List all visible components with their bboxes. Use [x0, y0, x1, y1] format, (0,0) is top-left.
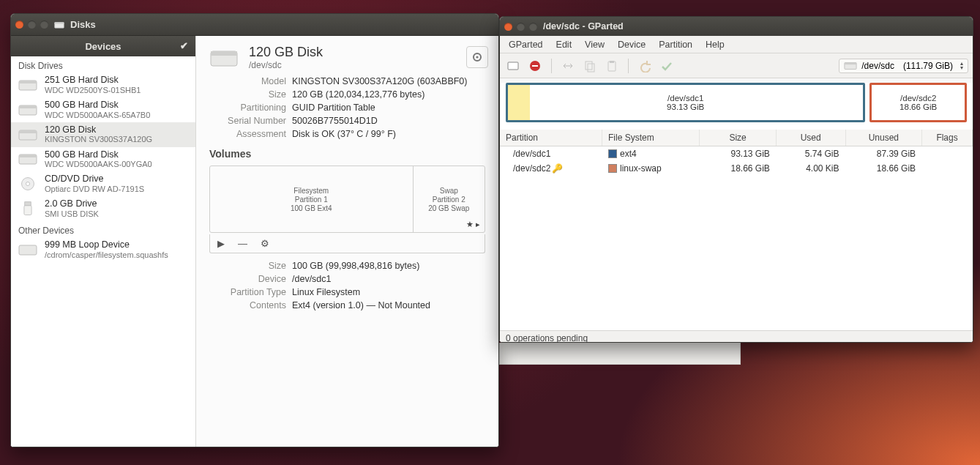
- table-row[interactable]: /dev/sdc2🔑linux-swap18.66 GiB4.00 KiB18.…: [500, 161, 973, 176]
- svg-rect-7: [19, 130, 37, 133]
- menu-partition[interactable]: Partition: [653, 37, 698, 52]
- svg-rect-22: [586, 62, 592, 70]
- col-partition[interactable]: Partition: [500, 130, 602, 146]
- svg-rect-1: [55, 22, 64, 23]
- col-filesystem[interactable]: File System: [602, 130, 700, 146]
- minimize-icon[interactable]: [517, 23, 525, 31]
- close-icon[interactable]: [15, 21, 23, 29]
- maximize-icon[interactable]: [529, 23, 537, 31]
- vol-contents: Ext4 (version 1.0) — Not Mounted: [292, 300, 485, 310]
- paste-button[interactable]: [603, 57, 621, 75]
- disk-partitioning: GUID Partition Table: [292, 103, 485, 113]
- svg-rect-18: [211, 51, 237, 56]
- drive-item-selected[interactable]: 120 GB DiskKINGSTON SV300S37A120G: [11, 122, 195, 147]
- copy-button[interactable]: [581, 57, 599, 75]
- disk-assessment: Disk is OK (37° C / 99° F): [292, 129, 485, 139]
- new-partition-button[interactable]: [504, 57, 522, 75]
- vol-ptype: Linux Filesystem: [292, 287, 485, 297]
- loop-icon: [18, 242, 37, 258]
- status-bar: 0 operations pending: [500, 330, 973, 343]
- menu-view[interactable]: View: [579, 37, 610, 52]
- volumes-map[interactable]: Filesystem Partition 1 100 GB Ext4 Swap …: [209, 165, 485, 233]
- resize-button[interactable]: [559, 57, 577, 75]
- spinner-icon[interactable]: ▴▾: [960, 62, 963, 70]
- hdd-icon: [18, 151, 37, 167]
- partition-sdc2[interactable]: /dev/sdc2 18.66 GiB: [869, 83, 967, 122]
- disk-title: 120 GB Disk: [249, 45, 323, 60]
- partition-sdc1[interactable]: /dev/sdc1 93.13 GiB: [506, 83, 865, 122]
- partition-table: Partition File System Size Used Unused F…: [500, 130, 973, 176]
- volume-partition-1[interactable]: Filesystem Partition 1 100 GB Ext4: [210, 166, 414, 232]
- section-disk-drives: Disk Drives: [11, 56, 195, 72]
- gparted-titlebar[interactable]: /dev/sdc - GParted: [500, 17, 973, 36]
- device-selector[interactable]: /dev/sdc (111.79 GiB) ▴▾: [839, 59, 968, 73]
- svg-rect-27: [845, 62, 856, 64]
- close-icon[interactable]: [504, 23, 512, 31]
- volume-settings-button[interactable]: ⚙: [261, 238, 269, 249]
- disk-detail-pane: 120 GB Disk /dev/sdc ModelKINGSTON SV300…: [196, 36, 498, 447]
- svg-rect-23: [588, 64, 594, 72]
- minimize-icon[interactable]: [28, 21, 36, 29]
- optical-icon: [18, 176, 37, 192]
- table-row[interactable]: /dev/sdc1ext493.13 GiB5.74 GiB87.39 GiB: [500, 146, 973, 162]
- device-name: /dev/sdc: [861, 61, 894, 71]
- svg-rect-13: [24, 206, 31, 215]
- hdd-icon: [18, 77, 37, 93]
- devices-sidebar: Devices ✔ Disk Drives 251 GB Hard DiskWD…: [11, 36, 196, 447]
- section-other-devices: Other Devices: [11, 221, 195, 237]
- background-window-fragment: [499, 343, 741, 365]
- undo-button[interactable]: [636, 57, 654, 75]
- vol-device: /dev/sdc1: [292, 274, 485, 284]
- vol-size: 100 GB (99,998,498,816 bytes): [292, 261, 485, 271]
- delete-button[interactable]: —: [238, 238, 247, 249]
- volume-toolbar: ▶ — ⚙: [209, 234, 485, 253]
- gparted-menubar: GParted Edit View Device Partition Help: [500, 36, 973, 53]
- menu-edit[interactable]: Edit: [550, 37, 578, 52]
- disk-model: KINGSTON SV300S37A120G (603ABBF0): [292, 76, 485, 86]
- devices-header: Devices ✔: [11, 36, 195, 56]
- gparted-window: /dev/sdc - GParted GParted Edit View Dev…: [499, 16, 973, 343]
- col-used[interactable]: Used: [776, 130, 845, 146]
- svg-rect-21: [532, 65, 538, 67]
- drive-item[interactable]: 500 GB Hard DiskWDC WD5000AAKS-00YGA0: [11, 147, 195, 172]
- delete-partition-button[interactable]: [526, 57, 544, 75]
- menu-help[interactable]: Help: [700, 37, 730, 52]
- drive-item[interactable]: CD/DVD DriveOptiarc DVD RW AD-7191S: [11, 171, 195, 196]
- drive-item[interactable]: 999 MB Loop Device/cdrom/casper/filesyst…: [11, 237, 195, 262]
- star-icon: ★ ▸: [466, 220, 480, 229]
- check-icon[interactable]: ✔: [180, 40, 188, 51]
- svg-point-16: [476, 56, 478, 58]
- col-unused[interactable]: Unused: [845, 130, 922, 146]
- volume-partition-2[interactable]: Swap Partition 2 20 GB Swap ★ ▸: [414, 166, 485, 232]
- svg-rect-25: [610, 61, 614, 63]
- key-icon: 🔑: [552, 163, 562, 174]
- disks-titlebar[interactable]: Disks: [11, 14, 498, 36]
- svg-rect-12: [25, 202, 31, 206]
- svg-point-11: [26, 182, 29, 186]
- maximize-icon[interactable]: [40, 21, 48, 29]
- drive-item[interactable]: 2.0 GB DriveSMI USB DISK: [11, 196, 195, 221]
- hdd-icon: [844, 61, 857, 71]
- usb-icon: [18, 201, 37, 217]
- fs-swatch-icon: [608, 164, 617, 173]
- col-flags[interactable]: Flags: [922, 130, 973, 146]
- disk-serial: 50026B7755014D1D: [292, 116, 485, 126]
- menu-gparted[interactable]: GParted: [503, 37, 549, 52]
- window-title: Disks: [70, 19, 96, 30]
- menu-device[interactable]: Device: [612, 37, 651, 52]
- gear-icon: [471, 51, 483, 63]
- hdd-icon: [18, 102, 37, 118]
- apply-button[interactable]: [658, 57, 676, 75]
- disks-window: Disks Devices ✔ Disk Drives 251 GB Hard …: [10, 13, 499, 447]
- window-title: /dev/sdc - GParted: [543, 21, 624, 31]
- mount-button[interactable]: ▶: [217, 238, 225, 249]
- svg-rect-19: [508, 62, 518, 70]
- col-size[interactable]: Size: [700, 130, 777, 146]
- drive-item[interactable]: 251 GB Hard DiskWDC WD2500YS-01SHB1: [11, 72, 195, 97]
- disk-settings-button[interactable]: [466, 46, 488, 68]
- svg-rect-5: [19, 105, 37, 108]
- gparted-toolbar: /dev/sdc (111.79 GiB) ▴▾: [500, 53, 973, 78]
- drive-item[interactable]: 500 GB Hard DiskWDC WD5000AAKS-65A7B0: [11, 97, 195, 122]
- device-size: (111.79 GiB): [903, 61, 953, 71]
- svg-rect-9: [19, 155, 37, 157]
